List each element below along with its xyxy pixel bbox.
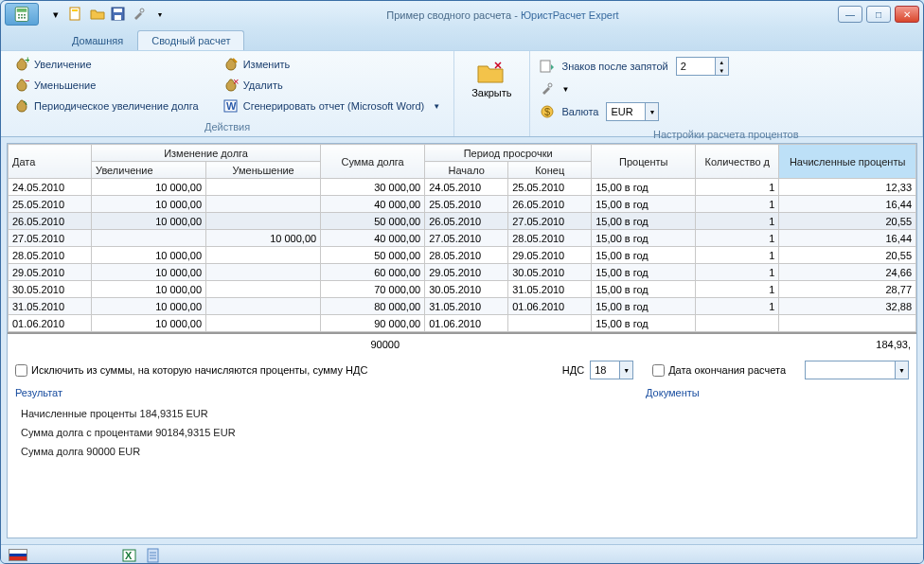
new-icon[interactable] [69,7,84,22]
edit-button[interactable]: Изменить [220,55,444,74]
periodic-button[interactable]: Периодическое увеличение долга [10,97,203,115]
tab-home[interactable]: Домашняя [58,30,137,50]
excel-icon[interactable]: X [122,548,137,563]
table-row[interactable]: 31.05.201010 000,0080 000,0031.05.201001… [9,298,916,315]
table-row[interactable]: 29.05.201010 000,0060 000,0029.05.201030… [9,264,916,281]
spin-up-icon[interactable]: ▲ [715,58,728,66]
increase-button[interactable]: +Увеличение [10,55,203,74]
result-line-3: Сумма долга 90000 EUR [21,446,903,457]
currency-icon[interactable]: $ [540,104,555,119]
cell: 26.05.2010 [508,196,592,213]
grid-table: Дата Изменение долга Сумма долга Период … [8,144,916,332]
col-change[interactable]: Изменение долга [92,145,321,162]
col-count[interactable]: Количество д [696,145,779,179]
col-dec[interactable]: Уменьшение [206,162,321,179]
col-date[interactable]: Дата [9,145,92,179]
table-row[interactable]: 28.05.201010 000,0050 000,0028.05.201029… [9,247,916,264]
cell: 24.05.2010 [9,179,92,196]
table-row[interactable]: 01.06.201010 000,0090 000,0001.06.201015… [9,315,916,332]
cell: 1 [696,281,779,298]
cell: 26.05.2010 [425,213,508,230]
qat-dropdown2[interactable]: ▼ [152,7,168,22]
save-icon[interactable] [111,7,126,22]
col-end[interactable]: Конец [508,162,592,179]
tools-icon[interactable] [132,7,147,22]
table-row[interactable]: 24.05.201010 000,0030 000,0024.05.201025… [9,179,916,196]
folder-close-icon [476,59,506,85]
open-icon[interactable] [90,7,105,22]
svg-rect-9 [72,9,78,11]
result-link[interactable]: Результат [8,385,70,400]
cell: 15,00 в год [592,196,696,213]
filters-row: Исключить из суммы, на которую начисляют… [8,355,916,385]
col-percent[interactable]: Проценты [592,145,696,179]
decrease-button[interactable]: −Уменьшение [10,76,203,95]
cell: 25.05.2010 [508,179,592,196]
svg-rect-8 [70,8,80,20]
close-button[interactable]: ✕ [895,6,919,23]
total-sum: 90000 [8,339,405,350]
vat-value: 18 [595,364,606,376]
data-grid[interactable]: Дата Изменение долга Сумма долга Период … [8,144,916,332]
cell: 15,00 в год [592,298,696,315]
exclude-vat-checkbox[interactable]: Исключить из суммы, на которую начисляют… [15,364,367,377]
end-date-checkbox[interactable]: Дата окончания расчета [652,364,786,377]
content-area: Дата Изменение долга Сумма долга Период … [1,137,923,544]
qat-dropdown[interactable]: ▾ [48,7,63,22]
cell: 24,66 [779,264,916,281]
col-inc[interactable]: Увеличение [92,162,206,179]
cell: 32,88 [779,298,916,315]
tab-summary[interactable]: Сводный расчет [137,30,244,50]
language-flag-icon[interactable] [9,549,27,561]
end-date-combo[interactable]: ▼ [805,361,909,379]
window-title: Пример сводного расчета - ЮристРасчет Ex… [168,7,838,22]
moneybag-minus-icon: − [14,78,29,93]
edit-label: Изменить [243,59,291,70]
cell: 1 [696,179,779,196]
currency-combo[interactable]: EUR▼ [606,102,659,121]
decimals-input[interactable]: 2▲▼ [676,57,729,76]
table-row[interactable]: 25.05.201010 000,0040 000,0025.05.201026… [9,196,916,213]
svg-text:−: − [25,78,29,86]
col-period[interactable]: Период просрочки [425,145,592,162]
cell: 25.05.2010 [425,196,508,213]
total-accrued: 184,93, [405,339,916,350]
table-row[interactable]: 27.05.201010 000,0040 000,0027.05.201028… [9,230,916,247]
properties-icon[interactable] [540,59,555,74]
spin-down-icon[interactable]: ▼ [715,66,728,75]
col-accrued[interactable]: Начисленные проценты [779,145,916,179]
delete-button[interactable]: ×Удалить [220,76,444,95]
col-start[interactable]: Начало [425,162,508,179]
col-sum[interactable]: Сумма долга [321,145,425,179]
report-label: Сгенерировать отчет (Microsoft Word) [243,100,425,112]
currency-value: EUR [611,106,632,117]
documents-link[interactable]: Документы [638,385,707,400]
report-button[interactable]: WСгенерировать отчет (Microsoft Word)▼ [220,97,444,115]
cell: 10 000,00 [92,315,206,332]
maximize-button[interactable]: □ [866,6,891,23]
window-buttons: — □ ✕ [838,6,919,23]
svg-point-7 [24,17,26,19]
cell: 28.05.2010 [425,247,508,264]
cell: 25.05.2010 [9,196,92,213]
svg-point-2 [18,14,20,16]
cell: 27.05.2010 [508,213,592,230]
tools-small-icon[interactable] [540,81,555,97]
exclude-vat-label: Исключить из суммы, на которую начисляют… [31,364,367,376]
vat-combo[interactable]: 18▼ [590,361,633,379]
cell: 29.05.2010 [508,247,592,264]
result-line-2: Сумма долга с процентами 90184,9315 EUR [21,427,903,438]
cell: 29.05.2010 [9,264,92,281]
doc-icon[interactable] [147,548,160,563]
periodic-label: Периодическое увеличение долга [34,100,199,112]
svg-point-5 [18,17,20,19]
minimize-button[interactable]: — [838,6,862,23]
cell: 1 [696,247,779,264]
close-tab-button[interactable]: Закрыть [464,55,519,102]
cell: 10 000,00 [92,247,206,264]
table-row[interactable]: 30.05.201010 000,0070 000,0030.05.201031… [9,281,916,298]
vat-label: НДС [562,364,584,376]
table-row[interactable]: 26.05.201010 000,0050 000,0026.05.201027… [9,213,916,230]
moneybag-cycle-icon [14,98,29,114]
app-menu-button[interactable] [5,3,39,26]
